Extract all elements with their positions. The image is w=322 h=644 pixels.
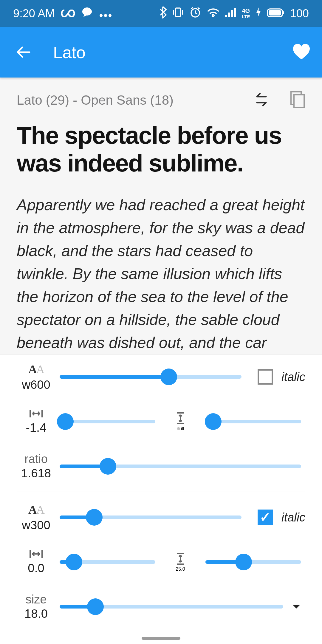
headline-weight-value: w600 <box>22 378 50 391</box>
headline-leading-label: null <box>160 412 201 431</box>
svg-rect-14 <box>294 95 304 107</box>
arrow-left-icon <box>15 44 31 60</box>
body-leading-label: 25.0 <box>160 552 201 572</box>
leading-icon <box>176 552 185 566</box>
font-pair-text: Lato (29) - Open Sans (18) <box>17 93 174 108</box>
headline-italic-toggle[interactable]: italic <box>246 369 305 385</box>
headline-weight-slider[interactable] <box>60 371 242 383</box>
body-size-label: size 18.0 <box>17 593 55 620</box>
more-icon <box>99 7 112 20</box>
svg-point-2 <box>109 14 112 17</box>
heart-icon <box>292 43 311 60</box>
alarm-icon <box>189 6 201 21</box>
body-weight-slider[interactable] <box>60 511 242 523</box>
vibrate-icon <box>172 7 184 20</box>
back-button[interactable] <box>11 40 35 64</box>
preview-body: Apparently we had reached a great height… <box>17 193 305 354</box>
body-tracking-slider[interactable] <box>60 556 155 568</box>
italic-label: italic <box>281 370 305 384</box>
body-italic-toggle[interactable]: ✓ italic <box>246 510 305 525</box>
headline-ratio-value: 1.618 <box>21 467 51 480</box>
svg-rect-8 <box>228 13 230 17</box>
body-tracking-label: 0.0 <box>17 549 55 575</box>
copy-button[interactable] <box>290 91 305 110</box>
body-controls: AA w300 ✓ italic 0.0 <box>0 495 322 629</box>
expand-button[interactable] <box>287 604 305 609</box>
italic-label: italic <box>281 511 305 524</box>
copy-icon <box>290 91 305 109</box>
svg-rect-12 <box>269 10 281 16</box>
headline-weight-label: AA w600 <box>17 362 55 391</box>
page-title: Lato <box>53 43 86 62</box>
charging-icon <box>256 7 261 20</box>
headline-ratio-slider[interactable] <box>60 460 301 472</box>
leading-icon <box>176 412 185 426</box>
app-bar: Lato <box>0 27 322 78</box>
body-weight-row: AA w300 ✓ italic <box>17 495 305 540</box>
svg-rect-9 <box>231 10 233 17</box>
headline-controls: AA w600 italic -1.4 <box>0 354 322 489</box>
svg-rect-13 <box>283 11 284 14</box>
divider <box>17 492 305 492</box>
body-spacing-row: 0.0 25.0 <box>17 540 305 584</box>
headline-spacing-row: -1.4 null <box>17 399 305 444</box>
signal-icon <box>225 7 236 20</box>
tracking-icon <box>29 409 43 419</box>
svg-rect-10 <box>234 8 236 17</box>
headline-tracking-label: -1.4 <box>17 409 55 434</box>
headline-leading-slider[interactable] <box>205 416 301 428</box>
headline-tracking-slider[interactable] <box>60 416 155 428</box>
swap-button[interactable] <box>253 92 270 108</box>
svg-point-1 <box>104 14 107 17</box>
body-size-slider[interactable] <box>60 601 283 613</box>
headline-leading-value: null <box>177 426 184 431</box>
font-pair-info: Lato (29) - Open Sans (18) <box>0 78 322 119</box>
checkbox-checked-icon: ✓ <box>258 510 273 525</box>
controls-panel: AA w600 italic -1.4 <box>0 354 322 629</box>
tracking-icon <box>29 549 43 560</box>
wifi-icon <box>207 7 220 20</box>
body-tracking-value: 0.0 <box>28 561 44 575</box>
headline-tracking-value: -1.4 <box>26 421 47 434</box>
weight-icon: AA <box>28 362 44 376</box>
body-leading-value: 25.0 <box>176 566 185 572</box>
ratio-label-text: ratio <box>24 453 48 465</box>
headline-ratio-row: ratio 1.618 <box>17 444 305 489</box>
body-size-value: 18.0 <box>24 607 48 620</box>
headline-ratio-label: ratio 1.618 <box>17 453 55 480</box>
preview-area: The spectacle before us was indeed subli… <box>0 119 322 354</box>
status-time: 9:20 AM <box>13 7 55 20</box>
weight-icon: AA <box>28 503 44 517</box>
battery-percent: 100 <box>290 7 309 20</box>
body-weight-value: w300 <box>22 518 50 532</box>
headline-weight-row: AA w600 italic <box>17 354 305 399</box>
status-left: 9:20 AM <box>13 7 112 21</box>
favorite-button[interactable] <box>292 43 311 61</box>
status-right: 4GLTE 100 <box>159 6 309 21</box>
battery-icon <box>267 7 285 20</box>
swap-icon <box>253 92 270 107</box>
checkbox-unchecked-icon <box>258 369 273 385</box>
chat-icon <box>81 7 93 21</box>
body-leading-slider[interactable] <box>205 556 301 568</box>
network-type-icon: 4GLTE <box>242 8 250 19</box>
body-size-row: size 18.0 <box>17 584 305 629</box>
svg-rect-3 <box>176 8 180 16</box>
infinity-icon <box>61 7 75 20</box>
body-weight-label: AA w300 <box>17 503 55 532</box>
bluetooth-icon <box>159 6 167 21</box>
chevron-down-icon <box>292 604 301 609</box>
svg-point-0 <box>100 14 103 17</box>
gesture-bar <box>142 637 180 640</box>
status-bar: 9:20 AM 4GLTE 10 <box>0 0 322 27</box>
size-label-text: size <box>25 593 47 605</box>
preview-headline: The spectacle before us was indeed subli… <box>17 122 305 177</box>
svg-rect-7 <box>225 15 227 17</box>
